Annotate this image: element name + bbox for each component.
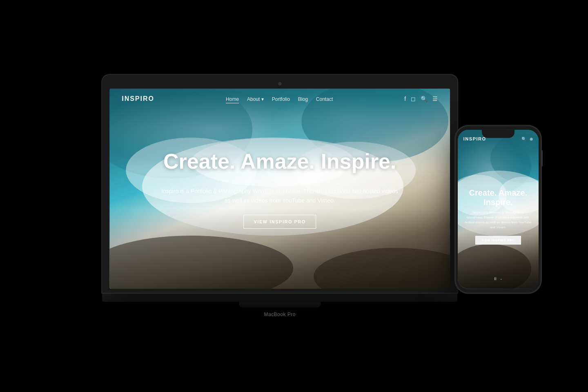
laptop-hero-content: Create. Amaze. Inspire. Inspiro is a Por… — [109, 150, 450, 229]
nav-item-about[interactable]: About ▾ — [247, 95, 264, 102]
phone-search-icon[interactable]: 🔍 — [521, 136, 526, 141]
facebook-icon[interactable]: f — [404, 96, 406, 102]
laptop-website: INSPIRO Home About ▾ Portfolio — [109, 89, 450, 289]
nav-item-blog[interactable]: Blog — [298, 95, 308, 102]
laptop-body: INSPIRO Home About ▾ Portfolio — [102, 75, 457, 293]
phone-side-button — [541, 150, 543, 167]
phone-bottom-bar: ⏸ ⌄ — [458, 276, 539, 281]
phone-outer: INSPIRO 🔍 ⊕ Create. Amaze. Inspire. Insp… — [455, 126, 541, 293]
nav-icons-group: f ◻ 🔍 ☰ — [404, 96, 438, 102]
laptop-screen: INSPIRO Home About ▾ Portfolio — [109, 89, 450, 289]
menu-icon[interactable]: ☰ — [432, 96, 438, 102]
phone-hero-title: Create. Amaze. Inspire. — [464, 188, 532, 207]
laptop-stand — [239, 302, 321, 307]
phone-website: INSPIRO 🔍 ⊕ Create. Amaze. Inspire. Insp… — [458, 130, 539, 289]
search-icon[interactable]: 🔍 — [421, 96, 428, 102]
pause-icon[interactable]: ⏸ — [493, 276, 497, 281]
laptop-camera — [278, 82, 281, 85]
phone-hero-content: Create. Amaze. Inspire. Inspiro is a Por… — [458, 188, 539, 245]
nav-item-portfolio[interactable]: Portfolio — [272, 95, 290, 102]
nav-item-home[interactable]: Home — [226, 95, 239, 102]
laptop-nav: INSPIRO Home About ▾ Portfolio — [109, 89, 450, 109]
laptop-site-logo: INSPIRO — [122, 95, 154, 102]
instagram-icon[interactable]: ◻ — [411, 96, 416, 102]
phone-device: INSPIRO 🔍 ⊕ Create. Amaze. Inspire. Insp… — [455, 126, 541, 293]
laptop-device: INSPIRO Home About ▾ Portfolio — [102, 75, 457, 317]
laptop-base — [102, 293, 457, 302]
laptop-nav-links: Home About ▾ Portfolio Blog — [226, 95, 333, 102]
phone-nav-icons: 🔍 ⊕ — [521, 136, 533, 141]
phone-logo: INSPIRO — [463, 136, 486, 141]
nav-item-contact[interactable]: Contact — [316, 95, 333, 102]
phone-hero-button[interactable]: VIEW INSPIRO PRO — [475, 236, 521, 245]
laptop-hero-button[interactable]: VIEW INSPIRO PRO — [244, 215, 316, 229]
laptop-label: MacBook Pro — [102, 312, 457, 317]
hero-divider — [267, 180, 292, 180]
laptop-hero-desc: Inspiro is a Portfolio & Photography Wor… — [161, 187, 398, 205]
chevron-down-icon[interactable]: ⌄ — [500, 277, 503, 281]
phone-nav: INSPIRO 🔍 ⊕ — [458, 130, 539, 145]
phone-screen: INSPIRO 🔍 ⊕ Create. Amaze. Inspire. Insp… — [458, 130, 539, 289]
scene: INSPIRO Home About ▾ Portfolio — [0, 0, 588, 392]
phone-menu-icon[interactable]: ⊕ — [530, 136, 533, 141]
laptop-hero-title: Create. Amaze. Inspire. — [126, 150, 434, 173]
phone-hero-desc: Inspiro is a Portfolio & Photography Wor… — [464, 210, 532, 230]
